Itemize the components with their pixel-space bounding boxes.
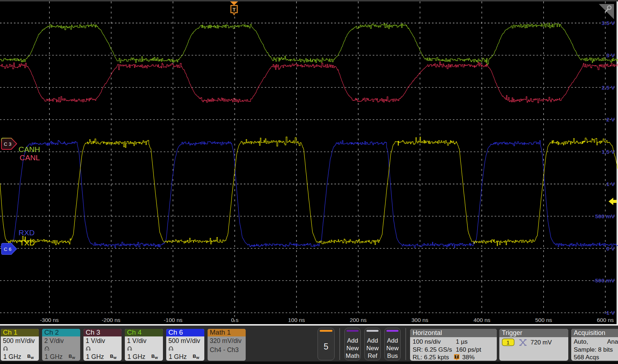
svg-text:3 V: 3 V (606, 52, 615, 58)
svg-text:400 ns: 400 ns (474, 317, 491, 323)
svg-text:RXD: RXD (19, 228, 34, 237)
svg-text:600 ns: 600 ns (597, 317, 614, 323)
svg-text:500 mV: 500 mV (595, 213, 615, 219)
svg-text:1: 1 (507, 339, 509, 346)
svg-text:T: T (455, 355, 458, 359)
svg-text:2 V: 2 V (606, 116, 615, 123)
svg-text:1.5 V: 1.5 V (602, 149, 615, 155)
svg-text:1 V: 1 V (606, 181, 615, 187)
svg-text:CANL: CANL (20, 153, 40, 162)
svg-text:0 s: 0 s (231, 317, 239, 323)
svg-text:200 ns: 200 ns (350, 317, 367, 323)
svg-text:300 ns: 300 ns (412, 317, 429, 323)
svg-text:TXD: TXD (20, 239, 35, 247)
svg-text:500 ns: 500 ns (535, 317, 552, 323)
svg-text:CANH: CANH (19, 145, 40, 153)
svg-text:100 ns: 100 ns (288, 317, 305, 323)
svg-text:-1 V: -1 V (605, 310, 615, 316)
svg-text:720 mV: 720 mV (531, 339, 552, 346)
svg-text:-200 ns: -200 ns (102, 317, 120, 323)
svg-text:C 6: C 6 (4, 247, 11, 252)
svg-text:-500 mV: -500 mV (593, 277, 615, 284)
svg-text:2.5 V: 2.5 V (602, 84, 615, 91)
svg-text:3.5 V: 3.5 V (602, 20, 615, 26)
svg-text:C 3: C 3 (4, 141, 11, 147)
svg-text:-100 ns: -100 ns (164, 317, 183, 323)
svg-text:T: T (233, 7, 236, 12)
svg-text:0 V: 0 V (606, 245, 615, 252)
svg-text:-300 ns: -300 ns (40, 317, 59, 323)
